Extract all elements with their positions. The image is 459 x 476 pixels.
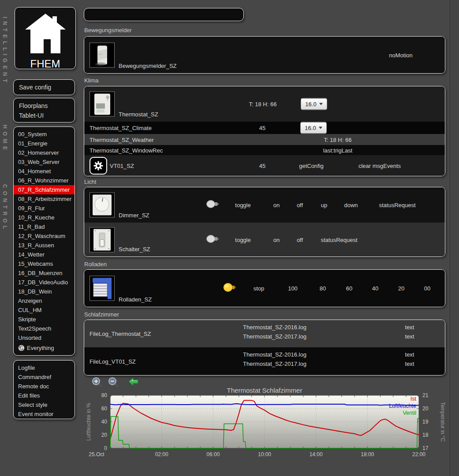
log-text-link[interactable]: text — [405, 324, 414, 331]
sidebar-item-17_db_videoaudio[interactable]: 17_DB_VideoAudio — [14, 278, 75, 287]
device-name[interactable]: Thermostat_SZ_Weather — [90, 136, 154, 143]
command-on[interactable]: on — [273, 202, 280, 208]
device-name[interactable]: Thermostat_SZ_WindowRec — [90, 147, 163, 153]
svg-text:10:00: 10:00 — [258, 451, 271, 457]
sidebar-item-11_r_bad[interactable]: 11_R_Bad — [14, 222, 75, 231]
sidebar-item-04_homenet[interactable]: 04_Homenet — [14, 167, 75, 176]
sidebar-item-tablet-ui[interactable]: Tablet-UI — [14, 111, 75, 120]
sidebar-item-06_r_wohnzimmer[interactable]: 06_R_Wohnzimmer — [14, 176, 75, 185]
command-on[interactable]: on — [273, 236, 280, 243]
log-file-link[interactable]: Thermostat_SZ-2017.log — [243, 361, 306, 367]
sidebar-item-07_r_schlafzimmer[interactable]: 07_R_Schlafzimmer — [14, 185, 75, 194]
command-stop[interactable]: stop — [254, 285, 265, 292]
command-statusrequest[interactable]: statusRequest — [321, 236, 357, 243]
sidebar-item-00_system[interactable]: 00_System — [14, 130, 75, 139]
dimmer-image[interactable] — [90, 193, 115, 218]
sidebar-item-09_r_flur[interactable]: 09_R_Flur — [14, 204, 75, 213]
device-name[interactable]: Thermostat_SZ — [119, 111, 158, 118]
device-name[interactable]: VT01_SZ — [110, 162, 134, 169]
menu-item-remote-doc[interactable]: Remote doc — [14, 382, 75, 391]
sidebar-item-cul_hm[interactable]: CUL_HM — [14, 305, 75, 315]
sidebar-item-13_r_aussen[interactable]: 13_R_Aussen — [14, 241, 75, 250]
command-off[interactable]: off — [297, 202, 303, 208]
search-input[interactable] — [84, 8, 244, 21]
chevron-down-icon — [319, 127, 322, 129]
command-00[interactable]: 00 — [424, 285, 430, 292]
thermostat-image[interactable] — [90, 92, 115, 117]
panel-licht: Dimmer_SZ toggleonoffupdownstatusRequest — [84, 187, 445, 257]
sidebar-item-text2speech[interactable]: Text2Speech — [14, 324, 75, 333]
sidebar-item-08_r_arbeitszimmer[interactable]: 08_R_Arbeitszimmer — [14, 194, 75, 204]
sidebar-item-14_wetter[interactable]: 14_Wetter — [14, 250, 75, 259]
bulb-off-icon[interactable] — [206, 200, 219, 210]
sidebar-item-16_db_muenzen[interactable]: 16_DB_Muenzen — [14, 268, 75, 278]
fhem-logo[interactable]: FHEM — [15, 7, 76, 69]
scrollbar[interactable] — [450, 0, 459, 476]
menu-item-event-monitor[interactable]: Event monitor — [14, 409, 75, 419]
device-name[interactable]: Dimmer_SZ — [119, 212, 149, 219]
motion-sensor-image[interactable] — [90, 42, 115, 67]
sidebar-item-anzeigen[interactable]: Anzeigen — [14, 296, 75, 305]
command-up[interactable]: up — [321, 202, 327, 208]
command-down[interactable]: down — [344, 202, 358, 208]
command-clear-msgevents[interactable]: clear msgEvents — [358, 162, 401, 169]
sidebar-item-skripte[interactable]: Skripte — [14, 315, 75, 324]
menu-item-select-style[interactable]: Select style — [14, 400, 75, 409]
sidebar-item-18_db_wein[interactable]: 18_DB_Wein — [14, 287, 75, 296]
command-getconfig[interactable]: getConfig — [299, 162, 324, 169]
device-name[interactable]: Rolladen_SZ — [119, 296, 152, 303]
command-20[interactable]: 20 — [398, 285, 404, 292]
command-toggle[interactable]: toggle — [235, 202, 250, 208]
filelog-name[interactable]: FileLog_VT01_SZ — [90, 358, 136, 364]
panel-schlafzimmer: FileLog_Thermostat_SZ Thermostat_SZ-2016… — [84, 320, 445, 376]
setpoint-value: 16.0 — [305, 101, 316, 108]
command-100[interactable]: 100 — [288, 285, 298, 292]
shutter-image[interactable] — [90, 276, 115, 301]
panel-bewegungsmelder: Bewegungsmelder_SZ noMotion — [84, 36, 445, 74]
sidebar-item-everything[interactable]: Everything — [14, 342, 75, 353]
device-name[interactable]: Thermostat_SZ_Climate — [90, 125, 152, 131]
svg-text:Thermostat Schlafzimmer: Thermostat Schlafzimmer — [227, 387, 302, 394]
command-toggle[interactable]: toggle — [235, 236, 250, 243]
section-title-bewegungsmelder: Bewegungsmelder — [84, 27, 132, 33]
room-list: 00_System01_Energie02_Homeserver03_Web_S… — [13, 126, 75, 356]
command-off[interactable]: off — [297, 236, 303, 243]
sidebar-item-15_webcams[interactable]: 15_Webcams — [14, 259, 75, 268]
save-config-button[interactable]: Save config — [13, 79, 75, 95]
command-40[interactable]: 40 — [372, 285, 378, 292]
edge-word-control: CONTROL — [2, 184, 8, 232]
gear-icon[interactable] — [90, 157, 107, 175]
sidebar-item-01_energie[interactable]: 01_Energie — [14, 139, 75, 148]
setpoint-select[interactable]: 16.0 — [300, 122, 327, 134]
command-statusrequest[interactable]: statusRequest — [379, 202, 415, 208]
svg-text:20: 20 — [422, 405, 429, 412]
menu-item-logfile[interactable]: Logfile — [14, 363, 75, 372]
bulb-off-icon[interactable] — [206, 234, 219, 245]
menu-item-commandref[interactable]: Commandref — [14, 372, 75, 382]
bulb-on-icon[interactable] — [223, 283, 236, 294]
command-60[interactable]: 60 — [346, 285, 352, 292]
svg-text:14:00: 14:00 — [310, 451, 323, 457]
menu-item-edit-files[interactable]: Edit files — [14, 391, 75, 400]
sidebar-item-12_r_waschraum[interactable]: 12_R_Waschraum — [14, 231, 75, 241]
sidebar-item-03_web_server[interactable]: 03_Web_Server — [14, 157, 75, 167]
device-name[interactable]: Schalter_SZ — [119, 246, 150, 253]
setpoint-select[interactable]: 16.0 — [301, 98, 327, 110]
log-text-link[interactable]: text — [405, 351, 414, 358]
switch-image[interactable] — [90, 227, 115, 252]
sidebar-item-10_r_kueche[interactable]: 10_R_Kueche — [14, 213, 75, 222]
log-text-link[interactable]: text — [405, 333, 414, 340]
svg-text:Ventil: Ventil — [403, 410, 416, 416]
log-file-link[interactable]: Thermostat_SZ-2016.log — [243, 324, 306, 331]
sidebar-item-02_homeserver[interactable]: 02_Homeserver — [14, 148, 75, 157]
svg-text:17: 17 — [422, 445, 429, 451]
sidebar-item-unsorted[interactable]: Unsorted — [14, 333, 75, 342]
command-80[interactable]: 80 — [320, 285, 326, 292]
device-name[interactable]: Bewegungsmelder_SZ — [119, 63, 177, 69]
log-file-link[interactable]: Thermostat_SZ-2017.log — [243, 333, 306, 340]
sidebar-item-floorplans[interactable]: Floorplans — [14, 101, 75, 111]
filelog-name[interactable]: FileLog_Thermostat_SZ — [90, 331, 151, 337]
svg-text:Temperatur in °C: Temperatur in °C — [440, 402, 446, 442]
log-text-link[interactable]: text — [405, 361, 414, 367]
log-file-link[interactable]: Thermostat_SZ-2016.log — [243, 351, 306, 358]
